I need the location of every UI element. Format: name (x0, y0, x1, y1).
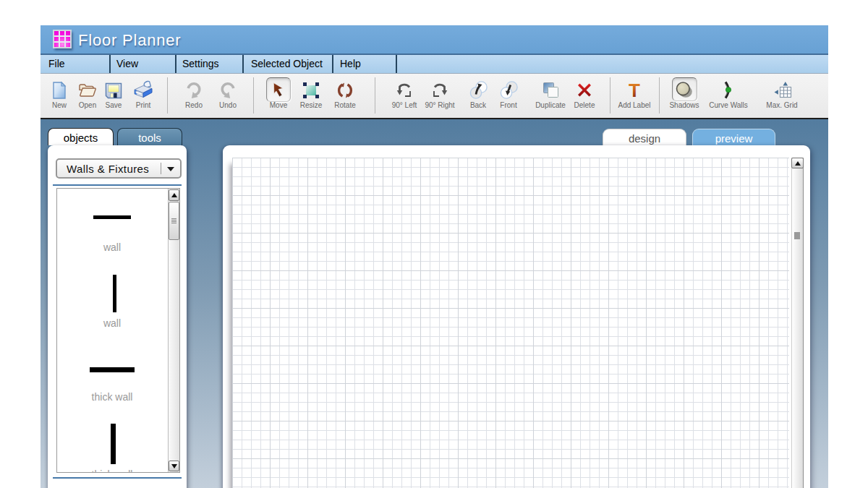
svg-text:T: T (629, 80, 640, 100)
